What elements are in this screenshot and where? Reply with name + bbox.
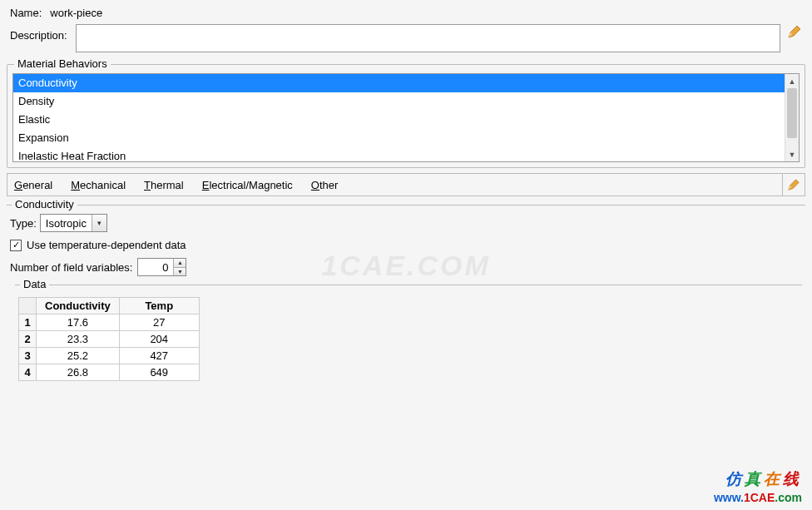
temp-dependent-label: Use temperature-dependent data xyxy=(27,239,186,251)
behavior-category-menubar: General Mechanical Thermal Electrical/Ma… xyxy=(7,173,805,196)
name-value: work-piece xyxy=(50,7,102,19)
cell[interactable]: 204 xyxy=(119,331,199,348)
chevron-down-icon[interactable]: ▾ xyxy=(92,215,106,231)
table-corner xyxy=(19,298,37,314)
cell[interactable]: 17.6 xyxy=(37,314,120,331)
data-table[interactable]: Conductivity Temp 1 17.6 27 2 23.3 204 3… xyxy=(18,297,200,381)
description-input[interactable] xyxy=(76,24,780,52)
field-vars-label: Number of field variables: xyxy=(10,261,132,274)
scroll-down-icon[interactable]: ▼ xyxy=(785,147,799,161)
scroll-thumb[interactable] xyxy=(787,88,797,138)
behavior-item-inelastic-heat[interactable]: Inelastic Heat Fraction xyxy=(13,147,785,161)
cell[interactable]: 25.2 xyxy=(37,348,120,364)
material-behaviors-list[interactable]: Conductivity Density Elastic Expansion I… xyxy=(13,74,785,161)
cell[interactable]: 27 xyxy=(119,314,199,331)
type-combo[interactable]: Isotropic ▾ xyxy=(40,214,107,232)
brand-cn: 仿真在线 xyxy=(714,469,802,490)
behavior-item-density[interactable]: Density xyxy=(13,92,785,111)
cell[interactable]: 23.3 xyxy=(37,331,120,348)
cell[interactable]: 649 xyxy=(119,364,199,381)
row-header[interactable]: 1 xyxy=(19,314,37,331)
col-conductivity[interactable]: Conductivity xyxy=(37,298,120,314)
row-header[interactable]: 4 xyxy=(19,364,37,381)
type-value: Isotropic xyxy=(41,217,92,230)
behavior-item-expansion[interactable]: Expansion xyxy=(13,129,785,147)
spin-down-icon[interactable]: ▼ xyxy=(174,267,186,276)
edit-description-button[interactable] xyxy=(787,24,802,39)
menu-mechanical[interactable]: Mechanical xyxy=(71,179,126,191)
behaviors-scrollbar[interactable]: ▲ ▼ xyxy=(785,74,799,161)
temp-dependent-checkbox[interactable]: ✓ xyxy=(10,240,22,251)
type-label: Type: xyxy=(10,217,37,230)
data-group: Data Conductivity Temp 1 17.6 27 2 23.3 … xyxy=(15,285,802,381)
name-label: Name: xyxy=(10,7,42,19)
menu-electrical[interactable]: Electrical/Magnetic xyxy=(202,179,293,191)
cell[interactable]: 427 xyxy=(119,348,199,364)
data-legend: Data xyxy=(20,278,49,290)
field-vars-value[interactable]: 0 xyxy=(138,259,173,275)
conductivity-title: Conductivity xyxy=(12,198,77,210)
brand-url: www.1CAE.com xyxy=(714,490,802,505)
cell[interactable]: 26.8 xyxy=(37,364,120,381)
field-vars-spinner[interactable]: 0 ▲ ▼ xyxy=(137,258,186,276)
material-behaviors-group: Material Behaviors Conductivity Density … xyxy=(7,64,805,168)
menu-other[interactable]: Other xyxy=(311,179,339,191)
material-behaviors-legend: Material Behaviors xyxy=(14,57,111,70)
table-row[interactable]: 1 17.6 27 xyxy=(19,314,200,331)
scroll-up-icon[interactable]: ▲ xyxy=(785,74,799,88)
description-label: Description: xyxy=(10,24,67,42)
conductivity-panel: Conductivity Type: Isotropic ▾ ✓ Use tem… xyxy=(7,205,805,384)
row-header[interactable]: 3 xyxy=(19,348,37,364)
footer-brand: 仿真在线 www.1CAE.com xyxy=(714,469,802,505)
behavior-item-conductivity[interactable]: Conductivity xyxy=(13,74,785,92)
row-header[interactable]: 2 xyxy=(19,331,37,348)
edit-behaviors-button[interactable] xyxy=(782,173,805,196)
table-row[interactable]: 4 26.8 649 xyxy=(19,364,200,381)
col-temp[interactable]: Temp xyxy=(119,298,199,314)
table-row[interactable]: 2 23.3 204 xyxy=(19,331,200,348)
table-row[interactable]: 3 25.2 427 xyxy=(19,348,200,364)
menu-thermal[interactable]: Thermal xyxy=(144,179,184,191)
behavior-item-elastic[interactable]: Elastic xyxy=(13,111,785,129)
spin-up-icon[interactable]: ▲ xyxy=(174,259,186,267)
menu-general[interactable]: General xyxy=(14,179,52,191)
